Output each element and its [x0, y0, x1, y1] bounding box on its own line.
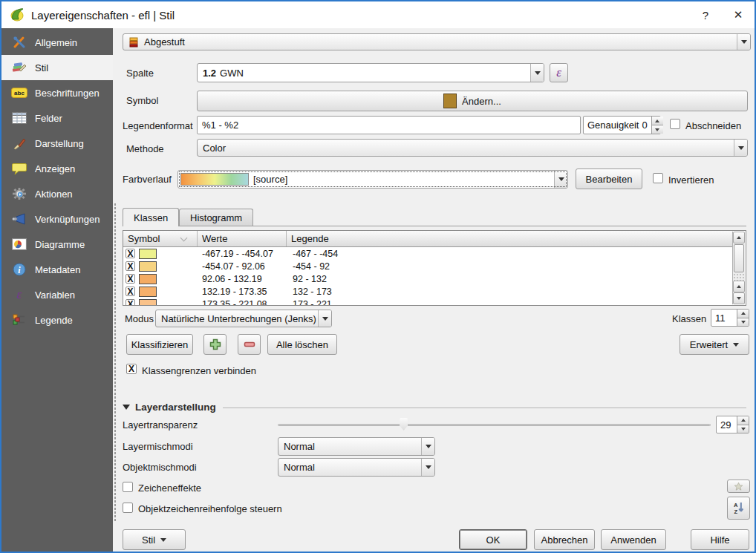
classes-count-spinbox[interactable]: 11 [711, 309, 749, 327]
scroll-down-icon[interactable] [733, 292, 745, 304]
close-button[interactable]: ✕ [722, 1, 755, 28]
draw-effects-checkbox[interactable] [123, 482, 133, 492]
tab-baseline [123, 226, 746, 226]
advanced-button[interactable]: Erweitert [680, 334, 749, 355]
tab-histogramm[interactable]: Histogramm [179, 209, 253, 226]
sidebar-item-label: Darstellung [35, 138, 84, 149]
sidebar-item-beschriftungen[interactable]: abcBeschriftungen [1, 80, 113, 105]
method-combo[interactable]: Color [197, 139, 748, 157]
scrollbar-thumb[interactable] [734, 244, 744, 272]
sidebar-item-label: Metadaten [35, 264, 80, 275]
link-boundaries-label: Klassengrenzen verbinden [142, 365, 256, 376]
sidebar-item-metadaten[interactable]: iMetadaten [1, 257, 113, 282]
column-combo[interactable]: 1.2GWN [197, 63, 544, 82]
class-visibility-checkbox[interactable]: X [126, 287, 135, 296]
class-visibility-checkbox[interactable]: X [126, 261, 135, 271]
sidebar-item-aktionen[interactable]: Aktionen [1, 181, 113, 206]
class-color-swatch[interactable] [139, 261, 157, 272]
link-boundaries-checkbox[interactable]: X [126, 364, 137, 374]
feature-blend-value: Normal [278, 459, 421, 476]
spin-up-icon[interactable] [652, 117, 663, 125]
sidebar-item-felder[interactable]: Felder [1, 105, 113, 131]
truncate-checkbox[interactable] [670, 119, 680, 129]
control-order-checkbox[interactable] [123, 503, 133, 513]
effects-customize-button[interactable] [727, 480, 750, 493]
color-ramp-combo[interactable]: [source] [177, 170, 568, 189]
ok-button[interactable]: OK [459, 529, 527, 550]
spin-down-icon[interactable] [652, 125, 663, 134]
class-visibility-checkbox[interactable]: X [126, 249, 135, 258]
sidebar-item-allgemein[interactable]: Allgemein [1, 30, 113, 55]
remove-class-button[interactable] [238, 334, 261, 355]
svg-text:abc: abc [14, 90, 25, 96]
expression-button[interactable]: ε [550, 63, 568, 82]
style-menu-button[interactable]: Stil [123, 529, 186, 550]
slider-track[interactable] [278, 424, 711, 426]
renderer-combo[interactable]: Abgestuft [123, 33, 751, 50]
classes-table[interactable]: Symbol Werte Legende X-467.19 - -454.07-… [123, 230, 746, 306]
delete-all-button[interactable]: Alle löschen [267, 334, 337, 355]
transparency-slider[interactable] [278, 417, 711, 432]
scroll-up-icon[interactable] [733, 281, 745, 292]
column-type-prefix: 1.2 [203, 68, 216, 79]
invert-label: Invertieren [668, 174, 714, 186]
class-visibility-checkbox[interactable]: X [126, 274, 135, 284]
class-row[interactable]: X-454.07 - 92.06-454 - 92 [123, 260, 746, 272]
class-row[interactable]: X92.06 - 132.1992 - 132 [123, 272, 746, 285]
control-order-label: Objektzeichenreihenfolge steuern [138, 503, 282, 514]
invert-checkbox[interactable] [653, 173, 663, 183]
precision-spinbox[interactable]: Genauigkeit0 [583, 116, 661, 134]
sidebar-item-anzeigen[interactable]: Anzeigen [1, 156, 113, 181]
help-button[interactable]: ? [689, 1, 722, 28]
class-row[interactable]: X132.19 - 173.35132 - 173 [123, 285, 746, 298]
spin-down-icon[interactable] [737, 425, 749, 433]
class-row[interactable]: X173.35 - 221.08173 - 221 [123, 298, 746, 305]
collapse-arrow-icon[interactable] [123, 405, 130, 410]
change-symbol-button[interactable]: Ändern... [197, 91, 748, 111]
edit-ramp-button[interactable]: Bearbeiten [576, 168, 642, 189]
sidebar-item-variablen[interactable]: εVariablen [1, 282, 113, 307]
class-color-swatch[interactable] [139, 249, 157, 259]
apply-button[interactable]: Anwenden [601, 529, 666, 550]
tab-klassen[interactable]: Klassen [123, 208, 179, 226]
classify-button[interactable]: Klassifizieren [126, 334, 193, 355]
sidebar-item-darstellung[interactable]: Darstellung [1, 131, 113, 156]
class-color-swatch[interactable] [139, 274, 157, 284]
sidebar-item-stil[interactable]: Stil [1, 55, 113, 80]
class-row[interactable]: X-467.19 - -454.07-467 - -454 [123, 247, 746, 260]
method-label: Methode [126, 143, 164, 154]
define-order-button[interactable]: AZ [727, 497, 750, 520]
class-color-swatch[interactable] [139, 287, 157, 297]
sidebar-item-legende[interactable]: Legende [1, 307, 113, 333]
chevron-down-icon [734, 140, 747, 156]
legend-format-input[interactable]: %1 - %2 [197, 116, 581, 134]
chevron-down-icon [554, 171, 567, 188]
table-scrollbar[interactable] [732, 232, 745, 304]
help-button-footer[interactable]: Hilfe [691, 529, 749, 550]
change-symbol-label: Ändern... [462, 96, 501, 107]
header-symbol: Symbol [128, 233, 160, 244]
class-color-swatch[interactable] [139, 299, 157, 306]
renderer-value: Abgestuft [144, 36, 185, 48]
layer-blend-combo[interactable]: Normal [278, 437, 435, 456]
transparency-spinbox[interactable]: 29 [716, 416, 749, 433]
cancel-button[interactable]: Abbrechen [534, 529, 595, 550]
scrollbar-track[interactable] [733, 273, 745, 281]
star-icon [734, 482, 743, 491]
spin-up-icon[interactable] [737, 416, 749, 425]
class-visibility-checkbox[interactable]: X [126, 299, 135, 305]
splitter-handle[interactable] [113, 203, 116, 522]
sidebar-item-verknuepfungen[interactable]: Verknüpfungen [1, 206, 113, 232]
table-header[interactable]: Symbol Werte Legende [123, 231, 733, 247]
epsilon-icon: ε [10, 288, 28, 301]
mode-combo[interactable]: Natürliche Unterbrechungen (Jenks) [155, 310, 332, 327]
transparency-slider-handle[interactable] [400, 418, 408, 431]
scroll-up-icon[interactable] [733, 232, 745, 243]
tools-icon [10, 36, 28, 49]
feature-blend-combo[interactable]: Normal [278, 458, 435, 477]
spin-down-icon[interactable] [737, 318, 749, 327]
spin-up-icon[interactable] [737, 310, 749, 318]
sidebar-item-diagramme[interactable]: Diagramme [1, 232, 113, 257]
add-class-button[interactable] [203, 334, 227, 355]
color-ramp-preview [180, 173, 249, 186]
